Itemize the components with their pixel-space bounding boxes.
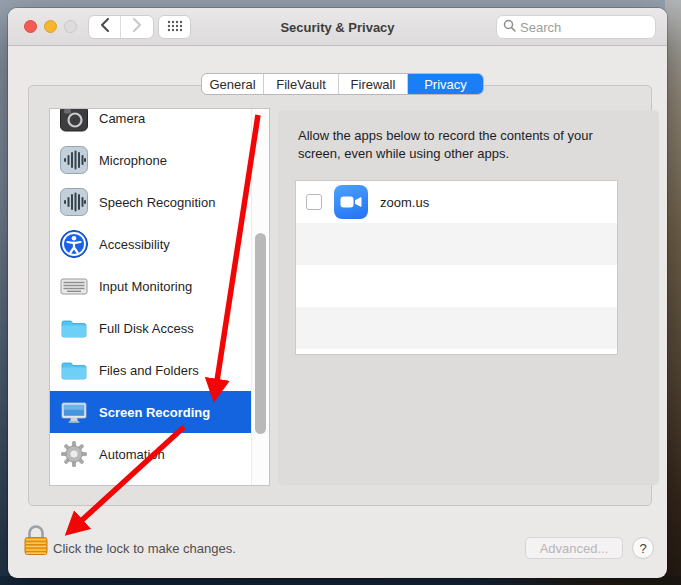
app-row-zoom[interactable]: zoom.us bbox=[296, 181, 617, 223]
tab-filevault[interactable]: FileVault bbox=[264, 74, 339, 94]
forward-button[interactable] bbox=[121, 16, 153, 38]
back-button[interactable] bbox=[89, 16, 121, 38]
sidebar-item-label: Screen Recording bbox=[99, 405, 210, 420]
camera-icon bbox=[59, 108, 89, 133]
help-button[interactable]: ? bbox=[632, 537, 654, 559]
lock-icon bbox=[23, 523, 49, 557]
chevron-right-icon bbox=[132, 18, 142, 36]
tab-general[interactable]: General bbox=[202, 74, 264, 94]
title-bar[interactable]: Security & Privacy bbox=[8, 8, 667, 46]
sidebar-item-files-and-folders[interactable]: Files and Folders bbox=[50, 349, 253, 391]
search-icon bbox=[503, 18, 516, 36]
grid-icon bbox=[167, 18, 183, 36]
sidebar-item-speech-recognition[interactable]: Speech Recognition bbox=[50, 181, 253, 223]
folder-icon bbox=[59, 355, 89, 385]
sidebar-item-accessibility[interactable]: Accessibility bbox=[50, 223, 253, 265]
screen-recording-panel: Allow the apps below to record the conte… bbox=[278, 110, 659, 485]
lock-button[interactable] bbox=[23, 523, 49, 557]
sidebar-item-label: Speech Recognition bbox=[99, 195, 215, 210]
close-button[interactable] bbox=[24, 20, 37, 33]
sidebar-item-label: Microphone bbox=[99, 153, 167, 168]
search-placeholder: Search bbox=[520, 20, 561, 35]
display-icon bbox=[59, 397, 89, 427]
sidebar-item-label: Accessibility bbox=[99, 237, 170, 252]
tab-bar: General FileVault Firewall Privacy bbox=[201, 73, 484, 95]
tab-firewall[interactable]: Firewall bbox=[339, 74, 408, 94]
advanced-button[interactable]: Advanced... bbox=[525, 537, 623, 559]
tab-privacy[interactable]: Privacy bbox=[408, 74, 483, 94]
minimize-button[interactable] bbox=[44, 20, 57, 33]
show-all-button[interactable] bbox=[158, 15, 191, 39]
zoom-checkbox[interactable] bbox=[306, 194, 322, 210]
desktop-wallpaper-right bbox=[665, 0, 681, 585]
sidebar-item-label: Camera bbox=[99, 111, 145, 126]
sidebar-item-partial[interactable] bbox=[50, 475, 253, 486]
folder-icon bbox=[59, 481, 89, 486]
sidebar-item-label: Automation bbox=[99, 447, 165, 462]
panel-description: Allow the apps below to record the conte… bbox=[298, 127, 648, 163]
privacy-category-list: Camera Microphone Speech Recognition Acc… bbox=[49, 108, 270, 486]
zoom-app-icon bbox=[334, 185, 368, 219]
allowed-apps-list: zoom.us bbox=[295, 180, 618, 355]
keyboard-icon bbox=[59, 271, 89, 301]
accessibility-icon bbox=[59, 229, 89, 259]
app-name: zoom.us bbox=[380, 195, 429, 210]
nav-button-group bbox=[88, 15, 154, 39]
sidebar-item-screen-recording[interactable]: Screen Recording bbox=[50, 391, 253, 433]
sidebar-item-camera[interactable]: Camera bbox=[50, 108, 253, 139]
sidebar-item-label: Files and Folders bbox=[99, 363, 199, 378]
chevron-left-icon bbox=[100, 18, 110, 36]
gear-icon bbox=[59, 439, 89, 469]
sidebar-item-automation[interactable]: Automation bbox=[50, 433, 253, 475]
sidebar-item-input-monitoring[interactable]: Input Monitoring bbox=[50, 265, 253, 307]
waveform-icon bbox=[59, 145, 89, 175]
sidebar-item-microphone[interactable]: Microphone bbox=[50, 139, 253, 181]
sidebar-item-label: Input Monitoring bbox=[99, 279, 192, 294]
scrollbar-thumb[interactable] bbox=[255, 233, 266, 434]
search-input[interactable]: Search bbox=[496, 15, 656, 39]
sidebar-scrollbar[interactable] bbox=[251, 109, 269, 485]
folder-icon bbox=[59, 313, 89, 343]
sidebar-item-label: Full Disk Access bbox=[99, 321, 194, 336]
security-privacy-window: Security & Privacy bbox=[8, 8, 667, 578]
zoom-window-button bbox=[64, 20, 77, 33]
waveform-icon bbox=[59, 187, 89, 217]
lock-hint-text: Click the lock to make changes. bbox=[53, 541, 236, 556]
sidebar-item-full-disk-access[interactable]: Full Disk Access bbox=[50, 307, 253, 349]
